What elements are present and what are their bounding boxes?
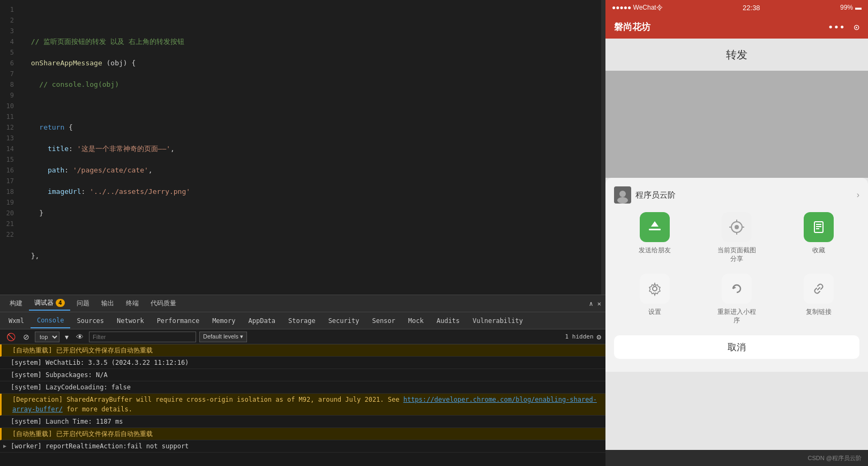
nav-title: 磐尚花坊 (614, 21, 650, 33)
console-message-8[interactable]: ▶ [worker] reportRealtimeAction:fail not… (0, 440, 605, 453)
clear-console-button[interactable]: 🚫 (4, 332, 18, 342)
phone-status-bar: ●●●●● WeChat令 22:38 99% ▬ (605, 0, 868, 15)
line-numbers: 1 2 3 4 5 6 7 8 9 10 11 12 13 14 15 16 1… (0, 0, 16, 295)
nav-circle-icon[interactable]: ⊙ (854, 21, 859, 33)
phone-content: 转发 程序员云阶 › (605, 39, 868, 450)
collect-label: 收藏 (812, 246, 825, 255)
svg-point-2 (617, 197, 628, 204)
settings-label: 设置 (648, 308, 661, 317)
share-icons-row-2: 设置 重新进入小程序 (614, 274, 859, 325)
share-sheet-header[interactable]: 程序员云阶 › (614, 186, 859, 204)
watermark-text: CSDN @程序员云阶 (808, 454, 862, 462)
share-icons-row-1: 发送给朋友 当前页面截图分享 (614, 212, 859, 263)
image-placeholder (605, 71, 868, 178)
eye-button[interactable]: 👁 (74, 332, 86, 342)
signal-icon: ●●●●● WeChat令 (612, 3, 663, 12)
send-friend-icon (640, 212, 670, 242)
devtools-nav-tabs: Wxml Console Sources Network Performance… (0, 312, 605, 329)
share-title: 转发 (726, 48, 747, 62)
reenter-label: 重新进入小程序 (715, 308, 758, 325)
status-right: 99% ▬ (840, 4, 862, 11)
share-reenter[interactable]: 重新进入小程序 (715, 274, 758, 325)
editor-scrollbar[interactable] (601, 0, 605, 295)
copy-link-label: 复制链接 (806, 308, 832, 317)
code-content: // 监听页面按钮的转发 以及 右上角的转发按钮 onShareAppMessa… (16, 0, 601, 295)
devtools-header-tabs: 构建 调试器 4 问题 输出 终端 代码质量 (4, 296, 182, 311)
footer-watermark: CSDN @程序员云阶 (605, 450, 868, 466)
close-icon[interactable]: ✕ (597, 300, 601, 307)
svg-marker-16 (733, 286, 736, 289)
tab-memory[interactable]: Memory (206, 314, 242, 328)
share-sheet: 程序员云阶 › 发送给朋友 (605, 178, 868, 372)
header-tab-issues[interactable]: 问题 (71, 296, 95, 311)
log-levels-button[interactable]: Default levels ▾ (199, 332, 247, 342)
tab-storage[interactable]: Storage (282, 314, 322, 328)
tab-network[interactable]: Network (110, 314, 151, 328)
wechat-navbar: 磐尚花坊 ••• ⊙ (605, 15, 868, 39)
send-friend-label: 发送给朋友 (639, 246, 671, 255)
chevron-right-icon: › (857, 190, 859, 200)
tab-sensor[interactable]: Sensor (365, 314, 401, 328)
tab-sources[interactable]: Sources (70, 314, 110, 328)
filter-toggle-button[interactable]: ⊘ (21, 332, 32, 342)
context-down-button[interactable]: ▾ (63, 332, 71, 342)
minimize-icon[interactable]: ∧ (589, 300, 593, 307)
tab-performance[interactable]: Performance (151, 314, 206, 328)
share-copy-link[interactable]: 复制链接 (797, 274, 840, 325)
share-collect[interactable]: 收藏 (797, 212, 840, 263)
code-editor: 1 2 3 4 5 6 7 8 9 10 11 12 13 14 15 16 1… (0, 0, 605, 295)
svg-marker-4 (651, 221, 659, 227)
console-message-6: [system] Launch Time: 1187 ms (0, 416, 605, 428)
header-tab-output[interactable]: 输出 (96, 296, 119, 311)
share-screenshot[interactable]: 当前页面截图分享 (715, 212, 758, 263)
tab-appdata[interactable]: AppData (242, 314, 282, 328)
tab-wxml[interactable]: Wxml (2, 314, 31, 328)
share-settings[interactable]: 设置 (633, 274, 676, 325)
app-name: 程序员云阶 (635, 190, 676, 200)
svg-point-6 (735, 225, 739, 229)
battery-icon: ▬ (855, 4, 862, 11)
header-tab-debugger[interactable]: 调试器 4 (29, 296, 70, 311)
console-message-2: [system] WeChatLib: 3.3.5 (2024.3.22 11:… (0, 357, 605, 369)
deprecation-link[interactable]: https://developer.chrome.com/blog/enabli… (12, 396, 597, 413)
tab-console[interactable]: Console (31, 313, 71, 328)
console-message-7: [自动热重载] 已开启代码文件保存后自动热重载 (0, 428, 605, 440)
context-selector[interactable]: top (35, 332, 59, 342)
settings-icon-circle (640, 274, 670, 304)
nav-dots-icon[interactable]: ••• (828, 21, 845, 33)
copy-link-icon (804, 274, 834, 304)
header-tab-terminal[interactable]: 终端 (121, 296, 144, 311)
screenshot-label: 当前页面截图分享 (715, 246, 758, 263)
phone-simulator: ●●●●● WeChat令 22:38 99% ▬ 磐尚花坊 ••• ⊙ 转发 (605, 0, 868, 466)
expand-arrow-icon[interactable]: ▶ (3, 441, 6, 451)
cancel-button[interactable]: 取消 (614, 335, 859, 359)
tab-mock[interactable]: Mock (402, 314, 430, 328)
console-toolbar: 🚫 ⊘ top ▾ 👁 Default levels ▾ 1 hidden ⚙ (0, 329, 605, 344)
devtools-panel: 构建 调试器 4 问题 输出 终端 代码质量 (0, 295, 605, 466)
hidden-count: 1 hidden (565, 333, 594, 340)
devtools-header: 构建 调试器 4 问题 输出 终端 代码质量 (0, 295, 605, 312)
tab-audits[interactable]: Audits (430, 314, 466, 328)
debugger-badge: 4 (56, 299, 65, 307)
svg-rect-3 (649, 229, 661, 230)
tab-vulnerability[interactable]: Vulnerability (466, 314, 529, 328)
collect-icon (804, 212, 834, 242)
status-left: ●●●●● WeChat令 (612, 3, 663, 12)
status-time: 22:38 (743, 4, 760, 12)
console-messages: [自动热重载] 已开启代码文件保存后自动热重载 [system] WeChatL… (0, 344, 605, 466)
screenshot-icon (722, 212, 752, 242)
battery-text: 99% (840, 4, 853, 11)
svg-point-1 (619, 191, 626, 197)
console-filter-input[interactable] (89, 332, 196, 342)
share-title-area: 转发 (605, 39, 868, 71)
header-tab-build[interactable]: 构建 (4, 296, 28, 311)
share-send-friend[interactable]: 发送给朋友 (633, 212, 676, 263)
console-settings-icon[interactable]: ⚙ (597, 333, 601, 341)
console-message-3: [system] Subpackages: N/A (0, 369, 605, 381)
reenter-icon (722, 274, 752, 304)
header-tab-quality[interactable]: 代码质量 (145, 296, 182, 311)
svg-point-15 (653, 287, 657, 291)
app-avatar (614, 186, 631, 204)
cancel-area: 取消 (614, 335, 859, 359)
tab-security[interactable]: Security (322, 314, 366, 328)
